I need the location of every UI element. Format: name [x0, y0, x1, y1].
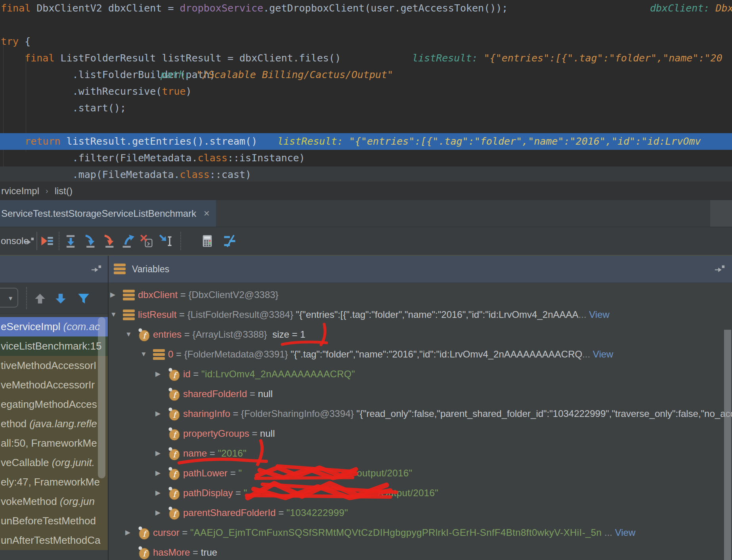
variables-panel-title: Variables — [132, 256, 169, 283]
expand-arrow-icon[interactable]: ▶ — [110, 285, 115, 305]
down-arrow-icon[interactable] — [54, 292, 67, 305]
variable-row-pathDisplay[interactable]: ▶fpathDisplay = "/Output/2016" — [109, 483, 732, 503]
breadcrumb-method[interactable]: list() — [55, 185, 73, 197]
variable-row-pathLower[interactable]: ▶fpathLower = "output/2016" — [109, 463, 732, 483]
variable-row-sharedFolderId[interactable]: fsharedFolderId = null — [109, 384, 732, 404]
code-line[interactable]: .start(); — [0, 100, 732, 117]
variables-panel-header: Variables — [109, 256, 732, 283]
variable-row-cursor[interactable]: ▶fcursor = "AAEjO_EjmTCmFuxnSQSfSRMtMQVt… — [109, 523, 732, 543]
collapse-arrow-icon[interactable]: ▼ — [140, 344, 147, 364]
stack-frame-row[interactable]: unAfterTestMethodCa — [0, 531, 108, 550]
code-line[interactable]: return listResult.getEntries().stream()l… — [0, 133, 732, 150]
expand-arrow-icon[interactable]: ▶ — [155, 463, 161, 483]
variable-text: cursor = "AAEjO_EjmTCmFuxnSQSfSRMtMQVtCz… — [153, 523, 635, 543]
tab-test-benchmark[interactable]: ServiceTest.testStorageServiceListBenchm… — [0, 200, 216, 227]
variable-text: dbxClient = {DbxClientV2@3383} — [138, 285, 279, 305]
variable-row-dbxClient[interactable]: ▶dbxClient = {DbxClientV2@3383} — [109, 285, 732, 305]
expand-arrow-icon[interactable]: ▶ — [125, 523, 130, 543]
field-icon: f — [168, 367, 181, 382]
variable-row-0[interactable]: ▼0 = {FolderMetadata@3391} "{".tag":"fol… — [109, 344, 732, 364]
collapse-arrow-icon[interactable]: ▼ — [125, 325, 132, 344]
stream-debugger-icon[interactable] — [223, 234, 237, 248]
view-link[interactable]: View — [593, 349, 614, 359]
code-line[interactable]: .map(FileMetadata.class::cast) — [0, 166, 732, 182]
field-icon: f — [168, 466, 181, 481]
code-line[interactable]: final DbxClientV2 dbxClient = dropboxSer… — [0, 0, 732, 17]
stack-frame-row[interactable]: vokeMethod (org.jun — [0, 492, 108, 511]
breadcrumb: rviceImpl › list() — [0, 182, 732, 200]
breadcrumb-class[interactable]: rviceImpl — [1, 185, 39, 197]
stack-frame-row[interactable]: all:50, FrameworkMe — [0, 434, 108, 453]
code-line[interactable]: .withRecursive(true) — [0, 83, 732, 100]
variables-scrollbar[interactable] — [724, 330, 731, 560]
toolbar-separator — [59, 232, 59, 250]
variable-row-propertyGroups[interactable]: fpropertyGroups = null — [109, 424, 732, 443]
evaluate-expression-icon[interactable] — [200, 234, 214, 248]
variable-row-parentSharedFolderId[interactable]: ▶fparentSharedFolderId = "1034222999" — [109, 503, 732, 523]
variable-text: id = "id:LrvOmv4_2nAAAAAAAAACRQ" — [183, 364, 355, 384]
code-line[interactable]: try { — [0, 33, 732, 50]
variable-row-id[interactable]: ▶fid = "id:LrvOmv4_2nAAAAAAAAACRQ" — [109, 364, 732, 384]
filter-funnel-icon[interactable] — [77, 292, 90, 305]
expand-arrow-icon[interactable]: ▶ — [155, 364, 161, 384]
variable-text: parentSharedFolderId = "1034222999" — [183, 503, 348, 523]
variables-icon — [114, 264, 126, 275]
code-line[interactable]: .filter(FileMetadata.class::isInstance) — [0, 150, 732, 166]
variable-text: name = "2016" — [183, 443, 247, 463]
variable-text: hasMore = true — [153, 543, 217, 560]
stack-frame-row[interactable]: eServiceImpl (com.ac — [0, 317, 108, 336]
variable-icon — [123, 310, 135, 321]
pin-icon[interactable] — [23, 236, 35, 247]
variable-text: sharingInfo = {FolderSharingInfo@3394} "… — [183, 404, 732, 424]
variable-row-listResult[interactable]: ▼listResult = {ListFolderResult@3384} "{… — [109, 305, 732, 325]
code-line[interactable]: .listFolderBuilder(path)path: "/Scalable… — [0, 67, 732, 83]
step-into-icon[interactable] — [82, 234, 97, 248]
run-to-cursor-icon[interactable] — [159, 234, 173, 248]
variable-text: sharedFolderId = null — [183, 384, 273, 404]
field-icon: f — [168, 506, 181, 520]
ide-window: final DbxClientV2 dbxClient = dropboxSer… — [0, 0, 732, 560]
stack-frame-row[interactable]: veCallable (org.junit. — [0, 453, 108, 472]
stack-frame-row[interactable]: viceListBenchmark:15 — [0, 336, 108, 356]
view-link[interactable]: View — [589, 309, 610, 320]
debugger-area: Variables ▼ eServiceImpl (com.acviceList… — [0, 255, 732, 560]
stack-frame-row[interactable]: unBeforeTestMethod — [0, 511, 108, 531]
variable-row-sharingInfo[interactable]: ▶fsharingInfo = {FolderSharingInfo@3394}… — [109, 404, 732, 424]
stack-frame-row[interactable]: ethod (java.lang.refle — [0, 414, 108, 434]
pin-icon[interactable] — [90, 264, 102, 275]
variables-tree: ▶dbxClient = {DbxClientV2@3383}▼listResu… — [109, 283, 732, 560]
debug-toolbar: onsole — [0, 227, 732, 255]
close-icon[interactable]: × — [204, 200, 210, 227]
variable-row-hasMore[interactable]: fhasMore = true — [109, 543, 732, 560]
expand-arrow-icon[interactable]: ▶ — [155, 483, 161, 503]
variable-text: 0 = {FolderMetadata@3391} "{".tag":"fold… — [168, 344, 613, 364]
inline-debugger-hint: listResult: "{"entries":[{".tag":"folder… — [277, 133, 701, 150]
frames-scrollbar[interactable] — [98, 317, 105, 478]
tab-bar-right-block — [710, 200, 732, 227]
show-execution-point-icon[interactable] — [40, 234, 54, 248]
variable-row-entries[interactable]: ▼fentries = {ArrayList@3388} size = 1 — [109, 325, 732, 344]
pin-icon[interactable] — [714, 264, 726, 275]
view-link[interactable]: View — [615, 527, 636, 538]
step-out-icon[interactable] — [120, 234, 135, 248]
debug-tab-bar: ServiceTest.testStorageServiceListBenchm… — [0, 200, 732, 227]
expand-arrow-icon[interactable]: ▶ — [155, 404, 161, 424]
thread-dropdown[interactable]: ▼ — [0, 288, 18, 308]
up-arrow-icon[interactable] — [33, 292, 47, 305]
chevron-right-icon: › — [46, 186, 48, 195]
code-line[interactable]: final ListFolderResult listResult = dbxC… — [0, 50, 732, 67]
stack-frame-row[interactable]: ely:47, FrameworkMe — [0, 472, 108, 492]
code-editor[interactable]: final DbxClientV2 dbxClient = dropboxSer… — [0, 0, 732, 182]
collapse-arrow-icon[interactable]: ▼ — [110, 305, 117, 325]
variable-row-name[interactable]: ▶fname = "2016" — [109, 443, 732, 463]
step-over-icon[interactable] — [63, 234, 78, 248]
stack-frame-row[interactable]: egatingMethodAcces — [0, 395, 108, 414]
expand-arrow-icon[interactable]: ▶ — [155, 443, 161, 463]
field-icon: f — [168, 486, 181, 501]
variable-icon — [123, 290, 135, 302]
expand-arrow-icon[interactable]: ▶ — [155, 503, 161, 523]
stack-frame-row[interactable]: veMethodAccessorIr — [0, 375, 108, 395]
drop-frame-icon[interactable] — [140, 234, 154, 248]
force-step-into-icon[interactable] — [101, 234, 116, 248]
stack-frame-row[interactable]: tiveMethodAccessorI — [0, 356, 108, 375]
